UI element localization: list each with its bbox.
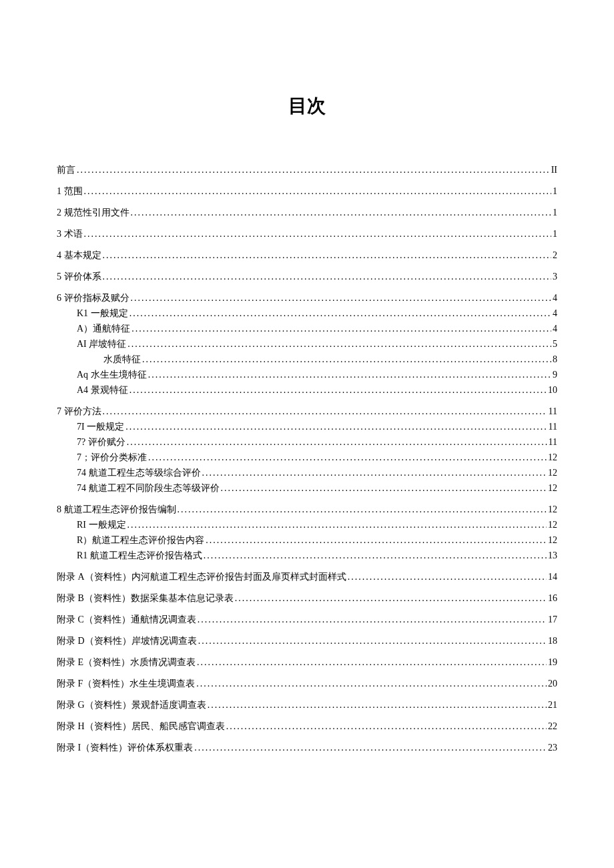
toc-entry-page: 4 [553, 324, 557, 334]
toc-entry: 7 评价方法11 [57, 407, 557, 416]
toc-entry-label: A4 景观特征 [77, 386, 128, 395]
toc-entry-page: 4 [553, 294, 557, 303]
toc-entry: 附录 C（资料性）通航情况调查表17 [57, 615, 557, 624]
toc-entry-page: 3 [553, 272, 557, 282]
toc-dots [103, 407, 547, 416]
toc-entry: 74 航道工程不同阶段生态等级评价12 [57, 484, 557, 493]
toc-entry-label: 附录 H（资料性）居民、船民感官调查表 [57, 722, 225, 731]
toc-dots [206, 536, 547, 545]
toc-entry-page: 12 [548, 453, 557, 462]
toc-entry: 1 范围1 [57, 187, 557, 196]
toc-entry-page: 12 [548, 520, 557, 530]
toc-entry-page: 16 [548, 594, 557, 603]
toc-entry: 74 航道工程生态等级综合评价12 [57, 468, 557, 478]
toc-dots [103, 272, 552, 282]
toc-entry-page: 12 [548, 484, 557, 493]
toc-entry-label: 附录 G（资料性）景观舒适度调查表 [57, 701, 206, 710]
toc-dots [142, 355, 551, 364]
toc-dots [204, 551, 547, 560]
toc-dots [127, 438, 547, 447]
toc-entry-page: 19 [548, 658, 557, 667]
toc-dots [84, 187, 552, 196]
toc-entry-page: 2 [553, 251, 557, 260]
toc-entry-label: 74 航道工程不同阶段生态等级评价 [77, 484, 220, 493]
toc-entry-page: 1 [553, 208, 557, 218]
toc-entry-label: 附录 B（资料性）数据采集基本信息记录表 [57, 594, 234, 603]
toc-entry-label: AI 岸坡特征 [77, 340, 126, 349]
toc-entry-page: 23 [548, 743, 557, 753]
toc-entry: R1 航道工程生态评价报告格式13 [57, 551, 557, 560]
toc-dots [131, 294, 552, 303]
toc-entry-label: 8 航道工程生态评价报告编制 [57, 505, 176, 514]
toc-entry-page: 8 [553, 355, 557, 364]
toc-entry: 3 术语1 [57, 230, 557, 239]
toc-entry-page: 1 [553, 230, 557, 239]
table-of-contents: 前言II1 范围12 规范性引用文件13 术语14 基本规定25 评价体系36 … [57, 165, 557, 753]
toc-entry-label: 3 术语 [57, 230, 83, 239]
toc-dots [131, 208, 552, 218]
toc-entry-page: 20 [548, 679, 557, 689]
toc-entry-label: R1 航道工程生态评价报告格式 [77, 551, 202, 560]
toc-dots [148, 370, 551, 380]
toc-dots [127, 340, 551, 349]
toc-entry-label: 附录 A（资料性）内河航道工程生态评价报告封面及扉页样式封面样式 [57, 572, 346, 582]
toc-entry-page: 17 [548, 615, 557, 624]
toc-dots [202, 468, 547, 478]
toc-entry-page: 1 [553, 187, 557, 196]
toc-entry-label: 前言 [57, 165, 75, 175]
toc-entry-page: 13 [548, 551, 557, 560]
toc-entry-label: 附录 D（资料性）岸坡情况调查表 [57, 636, 197, 646]
toc-entry-label: 水质特征 [103, 355, 141, 364]
toc-dots [129, 309, 551, 318]
toc-entry-page: 12 [548, 536, 557, 545]
toc-entry-label: R）航道工程生态评价报告内容 [77, 536, 204, 545]
toc-entry: 8 航道工程生态评价报告编制12 [57, 505, 557, 514]
toc-entry-label: 附录 I（资料性）评价体系权重表 [57, 743, 193, 753]
toc-dots [198, 636, 547, 646]
toc-entry: 6 评价指标及赋分4 [57, 294, 557, 303]
toc-entry: 7；评价分类标准12 [57, 453, 557, 462]
toc-entry: A）通航特征4 [57, 324, 557, 334]
toc-entry: 7? 评价赋分11 [57, 438, 557, 447]
toc-dots [197, 658, 547, 667]
toc-entry-label: RI 一般规定 [77, 520, 126, 530]
toc-dots [194, 743, 547, 753]
toc-entry-label: 附录 F（资料性）水生生境调查表 [57, 679, 195, 689]
toc-entry: RI 一般规定12 [57, 520, 557, 530]
toc-dots [77, 165, 550, 175]
toc-entry-label: 2 规范性引用文件 [57, 208, 129, 218]
toc-entry-page: 22 [548, 722, 557, 731]
toc-dots [196, 679, 547, 689]
toc-entry: K1 一般规定4 [57, 309, 557, 318]
toc-entry-label: 6 评价指标及赋分 [57, 294, 129, 303]
toc-dots [127, 520, 547, 530]
toc-dots [221, 484, 547, 493]
toc-entry-page: 5 [553, 340, 557, 349]
toc-entry-page: 9 [553, 370, 557, 380]
toc-entry: 2 规范性引用文件1 [57, 208, 557, 218]
toc-dots [235, 594, 547, 603]
toc-entry-page: 11 [549, 438, 557, 447]
toc-dots [129, 386, 547, 395]
toc-dots [103, 251, 552, 260]
toc-dots [148, 453, 547, 462]
toc-entry-label: K1 一般规定 [77, 309, 128, 318]
toc-entry: 附录 B（资料性）数据采集基本信息记录表16 [57, 594, 557, 603]
toc-entry-label: 7I 一般规定 [77, 422, 124, 432]
toc-entry-page: 12 [548, 505, 557, 514]
toc-entry-label: 4 基本规定 [57, 251, 101, 260]
toc-entry-label: 附录 E（资料性）水质情况调查表 [57, 658, 196, 667]
toc-entry: Aq 水生生境特征9 [57, 370, 557, 380]
toc-dots [84, 230, 552, 239]
toc-entry-page: 10 [548, 386, 557, 395]
toc-entry: 水质特征8 [57, 355, 557, 364]
toc-entry: AI 岸坡特征5 [57, 340, 557, 349]
toc-entry: A4 景观特征10 [57, 386, 557, 395]
toc-entry: 附录 D（资料性）岸坡情况调查表18 [57, 636, 557, 646]
toc-entry: 附录 I（资料性）评价体系权重表23 [57, 743, 557, 753]
toc-dots [131, 324, 551, 334]
toc-entry: 4 基本规定2 [57, 251, 557, 260]
toc-entry-label: 7 评价方法 [57, 407, 101, 416]
toc-dots [208, 701, 547, 710]
toc-entry-page: II [551, 165, 557, 175]
